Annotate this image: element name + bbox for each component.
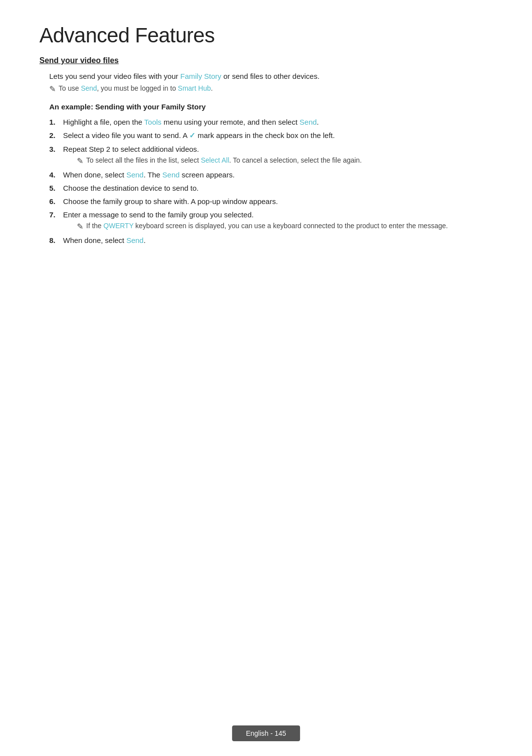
qwerty-link[interactable]: QWERTY xyxy=(103,222,133,230)
step-2-content: Select a video file you want to send. A … xyxy=(63,131,493,140)
step-3-note-icon: ✎ xyxy=(77,156,83,166)
tools-link[interactable]: Tools xyxy=(144,118,162,126)
step-6: 6. Choose the family group to share with… xyxy=(49,197,493,206)
steps-list: 1. Highlight a file, open the Tools menu… xyxy=(49,118,493,244)
step-7-number: 7. xyxy=(49,210,63,219)
note-icon: ✎ xyxy=(49,84,56,94)
send-link-4b[interactable]: Send xyxy=(163,171,180,179)
step-1-number: 1. xyxy=(49,118,63,126)
step-3-number: 3. xyxy=(49,145,63,153)
family-story-link[interactable]: Family Story xyxy=(180,72,221,80)
step-7-note-icon: ✎ xyxy=(77,222,83,231)
footer-label: English - 145 xyxy=(232,725,300,741)
step-8: 8. When done, select Send. xyxy=(49,236,493,244)
note-text: To use Send, you must be logged in to Sm… xyxy=(59,84,213,92)
select-all-link[interactable]: Select All xyxy=(201,156,230,164)
step-3-note: ✎ To select all the files in the list, s… xyxy=(77,156,493,166)
checkmark: ✓ xyxy=(189,131,196,139)
step-8-number: 8. xyxy=(49,236,63,244)
step-7-note: ✎ If the QWERTY keyboard screen is displ… xyxy=(77,222,493,231)
page-container: Advanced Features Send your video files … xyxy=(0,0,532,289)
send-link-note[interactable]: Send xyxy=(81,84,97,92)
step-7-content: Enter a message to send to the family gr… xyxy=(63,210,493,231)
step-5: 5. Choose the destination device to send… xyxy=(49,184,493,192)
step-6-content: Choose the family group to share with. A… xyxy=(63,197,493,206)
step-3: 3. Repeat Step 2 to select additional vi… xyxy=(49,145,493,166)
step-7-note-text: If the QWERTY keyboard screen is display… xyxy=(86,222,448,230)
step-7: 7. Enter a message to send to the family… xyxy=(49,210,493,231)
note-line: ✎ To use Send, you must be logged in to … xyxy=(49,84,493,94)
section-heading: Send your video files xyxy=(39,56,493,65)
step-5-number: 5. xyxy=(49,184,63,192)
step-4-number: 4. xyxy=(49,171,63,179)
step-2-number: 2. xyxy=(49,131,63,139)
intro-text: Lets you send your video files with your… xyxy=(49,72,493,80)
step-3-note-text: To select all the files in the list, sel… xyxy=(86,156,362,164)
step-2: 2. Select a video file you want to send.… xyxy=(49,131,493,140)
subheading: An example: Sending with your Family Sto… xyxy=(49,103,493,111)
step-1: 1. Highlight a file, open the Tools menu… xyxy=(49,118,493,126)
step-5-content: Choose the destination device to send to… xyxy=(63,184,493,192)
step-1-content: Highlight a file, open the Tools menu us… xyxy=(63,118,493,126)
step-3-content: Repeat Step 2 to select additional video… xyxy=(63,145,493,166)
step-4-content: When done, select Send. The Send screen … xyxy=(63,171,493,179)
send-link-4a[interactable]: Send xyxy=(126,171,143,179)
step-8-content: When done, select Send. xyxy=(63,236,493,244)
send-link-1[interactable]: Send xyxy=(299,118,317,126)
step-4: 4. When done, select Send. The Send scre… xyxy=(49,171,493,179)
page-title: Advanced Features xyxy=(39,24,493,47)
send-link-8[interactable]: Send xyxy=(126,236,143,244)
step-6-number: 6. xyxy=(49,197,63,206)
smart-hub-link[interactable]: Smart Hub xyxy=(178,84,211,92)
